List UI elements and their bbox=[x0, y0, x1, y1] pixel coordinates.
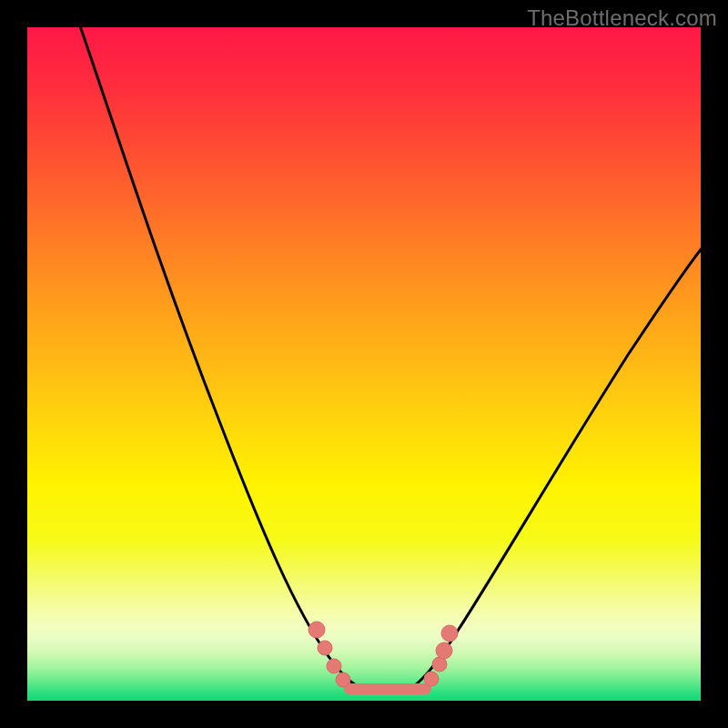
svg-point-0 bbox=[308, 622, 325, 638]
bottleneck-curve bbox=[27, 27, 701, 701]
curve-markers bbox=[308, 622, 458, 687]
plot-area bbox=[27, 27, 701, 701]
curve-right-branch bbox=[408, 244, 701, 690]
svg-point-7 bbox=[441, 625, 458, 642]
curve-left-branch bbox=[77, 27, 369, 690]
svg-point-2 bbox=[327, 659, 341, 673]
outer-frame: TheBottleneck.com bbox=[0, 0, 728, 728]
svg-point-3 bbox=[336, 672, 350, 687]
svg-point-4 bbox=[424, 672, 439, 686]
svg-point-1 bbox=[318, 641, 332, 655]
svg-point-6 bbox=[436, 642, 452, 659]
